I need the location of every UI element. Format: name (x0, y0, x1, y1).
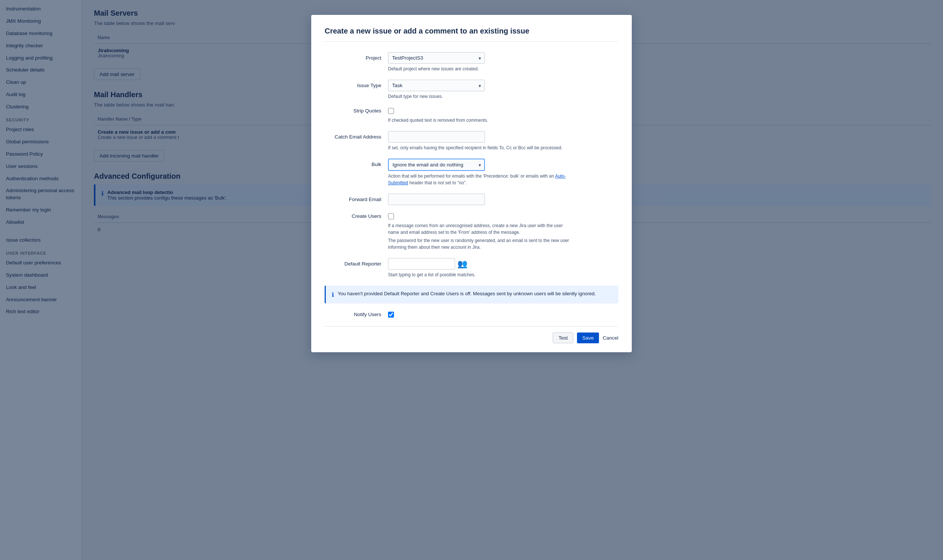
catch-email-label: Catch Email Address (325, 131, 388, 140)
bulk-field: Ignore the email and do nothingDelete th… (388, 158, 618, 186)
bulk-select-wrapper: Ignore the email and do nothingDelete th… (388, 158, 485, 171)
notify-users-label: Notify Users (325, 311, 388, 317)
warning-text: You haven't provided Default Reporter an… (338, 291, 596, 296)
project-field: TestProjectS3TestProject1TestProject2 De… (388, 52, 618, 72)
reporter-input-wrap: 👥 (388, 258, 618, 269)
bulk-select[interactable]: Ignore the email and do nothingDelete th… (388, 158, 485, 171)
create-users-hint2: The password for the new user is randoml… (388, 237, 574, 251)
forward-email-label: Forward Email (325, 194, 388, 202)
modal-footer: Test Save Cancel (325, 326, 618, 343)
catch-email-row: Catch Email Address If set, only emails … (325, 131, 618, 151)
notify-users-row: Notify Users (325, 311, 618, 319)
issue-type-field-row: Issue Type TaskBugStoryEpic Default type… (325, 80, 618, 100)
create-users-row: Create Users If a message comes from an … (325, 212, 618, 251)
strip-quotes-field: If checked quoted text is removed from c… (388, 107, 618, 124)
bulk-label: Bulk (325, 158, 388, 167)
forward-email-row: Forward Email (325, 194, 618, 205)
forward-email-field (388, 194, 618, 205)
catch-email-input[interactable] (388, 131, 485, 143)
issue-type-field: TaskBugStoryEpic Default type for new is… (388, 80, 618, 100)
forward-email-input[interactable] (388, 194, 485, 205)
default-reporter-hint: Start typing to get a list of possible m… (388, 271, 574, 278)
issue-type-hint: Default type for new issues. (388, 93, 574, 100)
default-reporter-row: Default Reporter 👥 Start typing to get a… (325, 258, 618, 278)
strip-quotes-row: Strip Quotes If checked quoted text is r… (325, 107, 618, 124)
create-users-label: Create Users (325, 212, 388, 219)
cancel-button[interactable]: Cancel (603, 335, 618, 341)
bulk-hint: Action that will be performed for emails… (388, 173, 574, 186)
strip-quotes-label: Strip Quotes (325, 107, 388, 114)
create-users-checkbox[interactable] (388, 213, 394, 219)
strip-quotes-hint: If checked quoted text is removed from c… (388, 117, 574, 124)
catch-email-hint: If set, only emails having the specified… (388, 145, 574, 151)
warning-box: ℹ You haven't provided Default Reporter … (325, 286, 618, 303)
catch-email-field: If set, only emails having the specified… (388, 131, 618, 151)
modal-dialog: Create a new issue or add a comment to a… (311, 15, 632, 352)
strip-quotes-checkbox[interactable] (388, 108, 394, 114)
default-reporter-field: 👥 Start typing to get a list of possible… (388, 258, 618, 278)
create-users-hint1: If a message comes from an unrecognised … (388, 222, 574, 236)
default-reporter-label: Default Reporter (325, 258, 388, 266)
modal-overlay: Create a new issue or add a comment to a… (0, 0, 943, 560)
project-field-row: Project TestProjectS3TestProject1TestPro… (325, 52, 618, 72)
notify-users-field (388, 311, 618, 319)
issue-type-label: Issue Type (325, 80, 388, 88)
project-select-wrapper: TestProjectS3TestProject1TestProject2 (388, 52, 485, 64)
project-hint: Default project where new issues are cre… (388, 66, 574, 72)
issue-type-select[interactable]: TaskBugStoryEpic (388, 80, 485, 91)
test-button[interactable]: Test (553, 332, 573, 343)
warning-icon: ℹ (332, 291, 334, 298)
default-reporter-input[interactable] (388, 258, 455, 269)
save-button[interactable]: Save (577, 332, 599, 343)
create-users-field: If a message comes from an unrecognised … (388, 212, 618, 251)
project-select[interactable]: TestProjectS3TestProject1TestProject2 (388, 52, 485, 64)
reporter-browse-icon[interactable]: 👥 (457, 259, 468, 269)
bulk-field-row: Bulk Ignore the email and do nothingDele… (325, 158, 618, 186)
modal-title: Create a new issue or add a comment to a… (325, 27, 618, 42)
issue-type-select-wrapper: TaskBugStoryEpic (388, 80, 485, 91)
notify-users-checkbox[interactable] (388, 312, 394, 318)
project-label: Project (325, 52, 388, 61)
